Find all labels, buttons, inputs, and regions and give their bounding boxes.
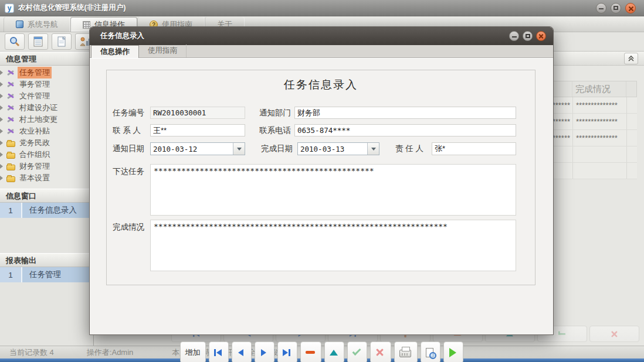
- toolbar-button-run[interactable]: [443, 341, 463, 362]
- grid-cell: [573, 146, 627, 162]
- expand-arrow-icon[interactable]: [0, 105, 3, 110]
- toolbar-button-last[interactable]: [277, 341, 297, 362]
- expand-arrow-icon[interactable]: [0, 117, 3, 122]
- expand-arrow-icon[interactable]: [0, 94, 3, 98]
- grid-cell: [627, 114, 637, 129]
- toolbar-button-cross[interactable]: [370, 341, 391, 362]
- record-nav-icon: [558, 331, 565, 334]
- tree-item-label: 党务民政: [18, 137, 52, 149]
- minimize-button[interactable]: [596, 3, 606, 13]
- sidebar-section-windows: 信息窗口: [0, 189, 93, 203]
- list-item[interactable]: 1 任务信息录入: [0, 203, 93, 218]
- expand-arrow-icon[interactable]: [0, 70, 3, 75]
- toolbar-button-first[interactable]: [209, 341, 229, 362]
- tree-item[interactable]: 村土地变更: [0, 114, 93, 125]
- grid-cell: [627, 146, 637, 162]
- toolbar-button-prev[interactable]: [232, 341, 252, 362]
- tree-item[interactable]: 党务民政: [0, 137, 93, 149]
- toolbar-button-preview[interactable]: [421, 341, 440, 362]
- dialog-tab-label: 信息操作: [100, 47, 130, 56]
- list-item[interactable]: 1 任务管理: [0, 267, 93, 282]
- toolbar-button-icon: [352, 347, 361, 356]
- dialog-titlebar: 任务信息录入: [90, 27, 553, 45]
- tree-item-label: 文件管理: [18, 90, 52, 102]
- expand-arrow-icon[interactable]: [0, 164, 3, 169]
- main-tab[interactable]: 系统导航: [4, 17, 70, 32]
- tree-item[interactable]: 基本设置: [0, 172, 93, 184]
- application-window: y 农村信息化管理系统(非注册用户) 系统导航 信息操作 使用指南: [0, 0, 644, 362]
- form-icon: [32, 36, 45, 47]
- minimize-icon: [512, 36, 517, 37]
- tree-item[interactable]: 村建设办证: [0, 102, 93, 114]
- notify-date-field[interactable]: [151, 143, 232, 155]
- tree-item[interactable]: 文件管理: [0, 90, 93, 102]
- dropdown-arrow-icon[interactable]: [233, 143, 245, 155]
- owner-field[interactable]: [432, 142, 516, 155]
- form-title: 任务信息录入: [107, 77, 535, 93]
- tree-item[interactable]: 事务管理: [0, 78, 93, 90]
- completion-field[interactable]: ****************************************…: [150, 220, 516, 271]
- expand-arrow-icon[interactable]: [0, 141, 3, 145]
- toolbar-button-print[interactable]: [394, 341, 418, 362]
- tree-item[interactable]: 任务管理: [0, 67, 93, 78]
- completion-label: 完成情况: [113, 221, 144, 233]
- dialog-tab[interactable]: 信息操作: [91, 45, 139, 58]
- contact-field[interactable]: [150, 124, 245, 136]
- expand-arrow-icon[interactable]: [0, 129, 3, 134]
- search-button[interactable]: [5, 33, 25, 50]
- tree-item-label: 基本设置: [18, 172, 52, 184]
- report-list: 1 任务管理: [0, 267, 93, 282]
- grid-cell: [627, 97, 637, 113]
- tree-item-inner: 村建设办证: [0, 102, 59, 114]
- sidebar-section-reports: 报表输出: [0, 253, 93, 267]
- sidebar-section-info: 信息管理: [0, 52, 93, 66]
- dialog-tab-label: 使用指南: [148, 46, 177, 54]
- dialog-maximize-button[interactable]: [523, 31, 533, 41]
- tree-item-label: 事务管理: [18, 78, 52, 90]
- dept-field[interactable]: [294, 107, 516, 119]
- expand-arrow-icon[interactable]: [0, 152, 3, 157]
- tree-item[interactable]: 财务管理: [0, 160, 93, 172]
- toolbar-button-icon: [214, 349, 222, 356]
- task-content-field[interactable]: ****************************************…: [150, 164, 516, 216]
- toolbar-button-icon: [238, 349, 243, 356]
- toolbar-button-up[interactable]: [324, 341, 344, 362]
- toolbar-button-add[interactable]: 增加: [180, 341, 206, 362]
- toolbar-button-check[interactable]: [347, 341, 367, 362]
- dialog-minimize-button[interactable]: [509, 31, 519, 41]
- toolbar-button-minus[interactable]: [300, 341, 321, 362]
- close-button[interactable]: [625, 3, 636, 13]
- grid-cell: **************: [573, 114, 627, 129]
- expand-arrow-icon[interactable]: [0, 82, 3, 87]
- tree-item[interactable]: 农业补贴: [0, 125, 93, 137]
- tree-item-inner: 任务管理: [0, 67, 52, 78]
- minimize-icon: [599, 8, 604, 9]
- window-controls: [596, 3, 644, 13]
- contact-label: 联 系 人: [113, 125, 141, 136]
- tree-item[interactable]: 合作组织: [0, 149, 93, 160]
- tree-item-icon: [6, 127, 15, 135]
- sidebar-spacer: [0, 282, 93, 346]
- document-button[interactable]: [52, 33, 72, 50]
- toolbar-button-next[interactable]: [255, 341, 274, 362]
- dialog-tab[interactable]: 使用指南: [139, 45, 187, 57]
- form-view-button[interactable]: [28, 33, 48, 50]
- record-count: 当前记录数 4: [9, 347, 54, 358]
- info-window-list: 1 任务信息录入: [0, 203, 93, 218]
- expand-arrow-icon[interactable]: [0, 176, 3, 180]
- tree-item-inner: 基本设置: [0, 172, 52, 184]
- tree-item-icon: [6, 80, 15, 88]
- maximize-button[interactable]: [611, 3, 621, 13]
- task-no-field[interactable]: [150, 107, 245, 119]
- dropdown-arrow-icon[interactable]: [367, 143, 379, 155]
- list-item-label: 任务管理: [22, 267, 93, 282]
- collapse-panel-button[interactable]: [624, 53, 638, 64]
- search-icon: [8, 36, 21, 47]
- dialog-close-button[interactable]: [536, 31, 546, 41]
- finish-date-field[interactable]: [298, 143, 367, 155]
- task-no-label: 任务编号: [113, 107, 144, 119]
- phone-field[interactable]: [294, 124, 516, 136]
- record-nav-button-cross[interactable]: [589, 326, 639, 342]
- toolbar-button-icon: [449, 348, 456, 357]
- finish-date-combo: [297, 142, 379, 155]
